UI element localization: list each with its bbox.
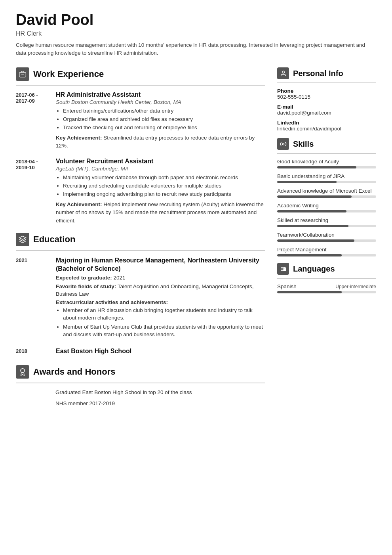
skill-5: Skilled at researching	[277, 217, 376, 227]
info-linkedin: LinkedIn linkedin.com/in/davidmpool	[277, 120, 376, 132]
work-experience-icon	[16, 67, 29, 81]
edu-entry-2: 2018 East Boston High School	[16, 347, 265, 357]
skill-1: Good knowledge of Acuity	[277, 159, 376, 168]
edu-details-2: East Boston High School	[56, 347, 265, 357]
skill-1-bar-bg	[277, 166, 376, 168]
edu-details-1: Majoring in Human Resource Management, N…	[56, 256, 265, 340]
job-1-title: HR Administrative Assistant	[56, 91, 265, 98]
skill-4-bar-bg	[277, 210, 376, 212]
job-1-dates: 2017-06 -2017-09	[16, 91, 49, 150]
left-column: Work Experience 2017-06 -2017-09 HR Admi…	[16, 67, 265, 411]
svg-point-4	[282, 71, 284, 73]
phone-label: Phone	[277, 88, 376, 94]
edu-activity-1: Member of an HR discussion club bringing…	[63, 307, 265, 322]
job-1-bullet-3: Tracked the checking out and returning o…	[63, 124, 265, 132]
edu-degree-1: Majoring in Human Resource Management, N…	[56, 256, 265, 273]
svg-point-5	[282, 143, 284, 145]
lang-1-name: Spanish	[277, 283, 297, 289]
work-experience-title: Work Experience	[33, 69, 104, 79]
awards-list: Graduated East Boston High School in top…	[16, 389, 265, 408]
awards-header: Awards and Honors	[16, 365, 265, 379]
skill-3-name: Advanced knowledge of Microsoft Excel	[277, 188, 376, 194]
skill-7: Project Management	[277, 247, 376, 256]
skill-4-name: Academic Writing	[277, 203, 376, 209]
skill-6-name: Teamwork/Collaboration	[277, 232, 376, 238]
skills-header: Skills	[277, 138, 376, 150]
award-2: NHS member 2017-2019	[55, 400, 265, 408]
edu-activities-list: Member of an HR discussion club bringing…	[56, 307, 265, 339]
job-2-bullets: Maintaining volunteer database through b…	[56, 174, 265, 198]
skill-5-bar-bg	[277, 225, 376, 227]
edu-degree-2: East Boston High School	[56, 347, 265, 356]
skill-5-name: Skilled at researching	[277, 217, 376, 223]
award-1: Graduated East Boston High School in top…	[55, 389, 265, 396]
work-experience-divider	[16, 85, 265, 86]
lang-1: Spanish Upper-intermediate	[277, 283, 376, 293]
resume-container: David Pool HR Clerk College human resour…	[0, 0, 392, 423]
skill-6-bar-fill	[277, 239, 354, 242]
lang-1-level: Upper-intermediate	[335, 284, 376, 289]
languages-icon	[277, 263, 289, 275]
edu-year-2: 2018	[16, 347, 49, 357]
email-value: david.pool@gmail.com	[277, 110, 376, 116]
job-2-company: AgeLab (MIT), Cambridge, MA	[56, 166, 265, 172]
job-1-achievement: Key Achievement: Streamlined data entry …	[56, 134, 265, 150]
personal-info-divider	[277, 82, 376, 83]
skill-2-name: Basic understanding of JIRA	[277, 173, 376, 179]
skill-1-bar-fill	[277, 166, 356, 168]
education-icon	[16, 233, 29, 246]
languages-header: Languages	[277, 263, 376, 275]
skill-1-name: Good knowledge of Acuity	[277, 159, 376, 165]
job-2-bullet-1: Maintaining volunteer database through b…	[63, 174, 265, 182]
job-2-bullet-3: Implementing ongoing advertising plan to…	[63, 191, 265, 198]
skills-divider	[277, 153, 376, 154]
languages-divider	[277, 278, 376, 279]
edu-activities-title: Extracurricular activities and achieveme…	[56, 299, 265, 305]
linkedin-value: linkedin.com/in/davidmpool	[277, 126, 376, 132]
education-header: Education	[16, 233, 265, 246]
edu-expected-1: Expected to graduate: 2021	[56, 274, 265, 282]
awards-icon	[16, 365, 29, 379]
linkedin-label: LinkedIn	[277, 120, 376, 126]
job-2: 2018-04 -2019-10 Volunteer Recruitment A…	[16, 158, 265, 224]
phone-value: 502-555-0115	[277, 94, 376, 100]
right-column: Personal Info Phone 502-555-0115 E-mail …	[277, 67, 376, 411]
job-1: 2017-06 -2017-09 HR Administrative Assis…	[16, 91, 265, 150]
candidate-summary: College human resource management studen…	[16, 41, 376, 57]
content-area: Work Experience 2017-06 -2017-09 HR Admi…	[16, 67, 376, 411]
skills-title: Skills	[293, 140, 314, 149]
personal-info-title: Personal Info	[293, 69, 343, 78]
edu-fav-fields-1: Favorite fields of study: Talent Acquisi…	[56, 283, 265, 298]
personal-info-header: Personal Info	[277, 67, 376, 79]
education-divider	[16, 250, 265, 251]
lang-1-bar-fill	[277, 291, 342, 293]
skill-3: Advanced knowledge of Microsoft Excel	[277, 188, 376, 198]
info-phone: Phone 502-555-0115	[277, 88, 376, 100]
work-experience-header: Work Experience	[16, 67, 265, 81]
skill-3-bar-fill	[277, 195, 352, 198]
lang-1-bar-bg	[277, 291, 376, 293]
header-section: David Pool HR Clerk College human resour…	[16, 12, 376, 57]
skill-7-name: Project Management	[277, 247, 376, 253]
skill-2-bar-bg	[277, 181, 376, 183]
skill-3-bar-bg	[277, 195, 376, 198]
awards-title: Awards and Honors	[33, 367, 115, 377]
edu-activity-2: Member of Start Up Venture Club that pro…	[63, 323, 265, 339]
job-2-details: Volunteer Recruitment Assistant AgeLab (…	[56, 158, 265, 224]
job-2-dates: 2018-04 -2019-10	[16, 158, 49, 224]
job-1-company: South Boston Community Health Center, Bo…	[56, 99, 265, 105]
job-1-bullets: Entered trainings/certifications/other d…	[56, 107, 265, 132]
skills-icon	[277, 138, 289, 150]
skill-7-bar-bg	[277, 254, 376, 256]
svg-point-3	[21, 368, 25, 372]
job-2-bullet-2: Recruiting and scheduling candidate volu…	[63, 182, 265, 190]
svg-rect-0	[19, 73, 26, 77]
skill-7-bar-fill	[277, 254, 342, 256]
edu-entry-1: 2021 Majoring in Human Resource Manageme…	[16, 256, 265, 340]
job-1-bullet-1: Entered trainings/certifications/other d…	[63, 107, 265, 115]
lang-1-header: Spanish Upper-intermediate	[277, 283, 376, 289]
job-1-details: HR Administrative Assistant South Boston…	[56, 91, 265, 150]
skill-2: Basic understanding of JIRA	[277, 173, 376, 183]
education-title: Education	[33, 234, 75, 245]
candidate-name: David Pool	[16, 12, 376, 29]
